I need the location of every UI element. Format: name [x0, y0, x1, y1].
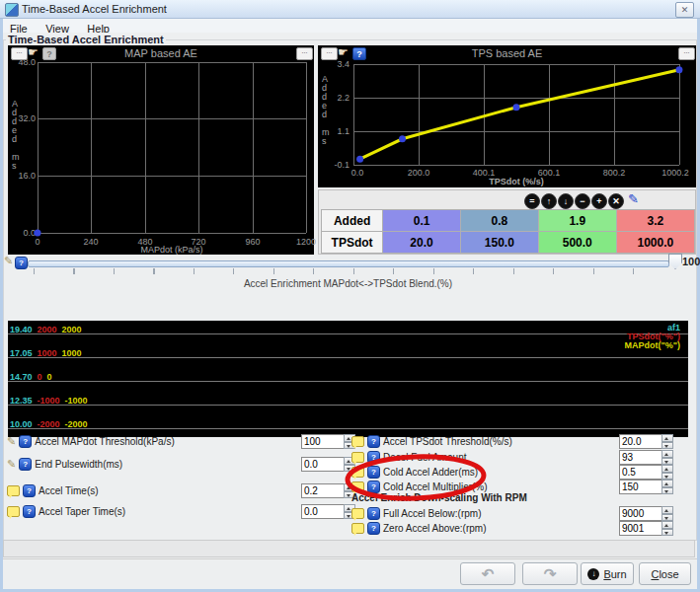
- table-cell[interactable]: 500.0: [538, 232, 616, 254]
- table-cell[interactable]: 3.2: [616, 210, 694, 232]
- field-row: ? Accel Time(s): [7, 484, 99, 497]
- table-cell[interactable]: 150.0: [460, 232, 538, 254]
- rpm-section-header: Accel Enrich Down-scaling With RPM: [351, 492, 527, 503]
- spin-up-button[interactable]: [661, 450, 673, 458]
- help-icon[interactable]: ?: [367, 466, 380, 479]
- tps-help-icon[interactable]: ?: [352, 47, 366, 60]
- burn-icon: ↓: [587, 568, 599, 580]
- blend-slider-ticks: [34, 268, 669, 274]
- field-row: ✎ ? End Pulsewidth(ms): [7, 458, 122, 471]
- help-icon[interactable]: ?: [367, 451, 380, 464]
- pencil-icon: ✎: [7, 436, 16, 447]
- hand-tool-icon[interactable]: ☛: [338, 46, 349, 58]
- redo-button[interactable]: ↷: [522, 562, 578, 585]
- field-label: Full Accel Below:(rpm): [383, 508, 481, 519]
- help-icon[interactable]: ?: [367, 435, 380, 448]
- edit-pencil-icon[interactable]: ✎: [628, 191, 639, 206]
- help-icon[interactable]: ?: [23, 484, 36, 497]
- table-cell[interactable]: 0.1: [383, 210, 461, 232]
- zero-accel-above-input[interactable]: [619, 521, 662, 536]
- help-icon[interactable]: ?: [19, 458, 32, 471]
- spin-down-button[interactable]: [661, 514, 673, 522]
- pencil-icon: ✎: [7, 459, 16, 470]
- title-bar[interactable]: Time-Based Accel Enrichment ✕: [0, 0, 700, 19]
- tps-ytick: -0.1: [324, 160, 350, 170]
- mapdot-scale-value: -1000: [65, 396, 88, 406]
- undo-button[interactable]: ↶: [460, 562, 515, 585]
- map-ytick: 48.0: [10, 57, 36, 67]
- status-strip: [3, 540, 695, 557]
- accel-tpsdot-threshold-input[interactable]: [619, 434, 662, 449]
- spinner: [661, 465, 673, 480]
- end-pulsewidth-input[interactable]: [301, 457, 345, 472]
- blend-slider-track[interactable]: [28, 260, 669, 267]
- accel-time-input[interactable]: [301, 483, 345, 498]
- spin-down-button[interactable]: [661, 529, 673, 537]
- map-ytick: 0.0: [10, 228, 36, 238]
- help-icon[interactable]: ?: [367, 507, 380, 520]
- spin-up-button[interactable]: [661, 521, 673, 529]
- comment-bubble-icon: [351, 523, 364, 534]
- accel-taper-time-input[interactable]: [301, 504, 345, 519]
- afr-scale-value: 19.40: [10, 325, 33, 334]
- spinner: [661, 480, 673, 494]
- redo-icon: ↷: [544, 566, 557, 581]
- spinner: [661, 506, 673, 521]
- spinner: [661, 521, 673, 536]
- comment-bubble-icon: [351, 436, 364, 447]
- spin-up-button[interactable]: [661, 434, 673, 442]
- table-cell[interactable]: 1000.0: [616, 232, 694, 254]
- map-help-icon[interactable]: ?: [42, 47, 56, 60]
- spin-down-button[interactable]: [661, 458, 673, 466]
- burn-button[interactable]: ↓ Burn: [581, 562, 634, 585]
- tps-chart-title: TPS based AE: [318, 47, 696, 59]
- map-expand-button[interactable]: ...: [296, 47, 313, 60]
- comment-bubble-icon: [351, 467, 364, 478]
- field-row: ? Accel TPSdot Threshold(%/s): [351, 435, 512, 448]
- spin-down-button[interactable]: [661, 487, 673, 495]
- accel-mapdot-threshold-input[interactable]: [301, 434, 345, 449]
- increment-button[interactable]: ↑: [541, 193, 557, 209]
- clear-button[interactable]: ✕: [608, 193, 624, 209]
- full-accel-below-input[interactable]: [619, 506, 662, 521]
- table-cell[interactable]: 1.9: [538, 210, 616, 232]
- field-row: ? Full Accel Below:(rpm): [351, 507, 481, 520]
- decel-fuel-amount-input[interactable]: [619, 450, 662, 465]
- spin-down-button[interactable]: [661, 442, 673, 450]
- spin-down-button[interactable]: [661, 473, 673, 481]
- pencil-icon: ✎: [4, 256, 13, 266]
- field-label: Accel Time(s): [39, 485, 99, 496]
- window-close-button[interactable]: ✕: [675, 2, 694, 18]
- help-icon[interactable]: ?: [19, 435, 32, 448]
- undo-icon: ↶: [482, 566, 495, 581]
- help-icon[interactable]: ?: [23, 505, 36, 518]
- table-cell[interactable]: 0.8: [460, 210, 538, 232]
- table-cell[interactable]: 20.0: [383, 232, 461, 254]
- spinner: [661, 434, 673, 449]
- cold-accel-multiplier-input[interactable]: [619, 480, 662, 494]
- legend-mapdot: MAPdot("%"): [624, 340, 680, 350]
- cold-accel-adder-input[interactable]: [619, 465, 662, 480]
- afr-scale-value: 12.35: [10, 396, 33, 406]
- spin-up-button[interactable]: [661, 480, 673, 487]
- close-button[interactable]: Close: [639, 562, 691, 585]
- afr-scale-value: 14.70: [10, 372, 33, 382]
- spin-up-button[interactable]: [661, 506, 673, 514]
- spin-up-button[interactable]: [661, 465, 673, 473]
- blend-help-icon[interactable]: ?: [15, 257, 28, 269]
- scale-up-button[interactable]: +: [591, 193, 607, 209]
- field-label: Zero Accel Above:(rpm): [383, 523, 486, 534]
- scale-down-button[interactable]: −: [575, 193, 590, 209]
- help-icon[interactable]: ?: [367, 522, 380, 535]
- tps-ae-chart[interactable]: TPS based AE ... ☛ ? ... 3.4 2.2 1.1 -0.…: [318, 45, 696, 187]
- decrement-button[interactable]: ↓: [558, 193, 574, 209]
- tps-expand-button[interactable]: ...: [678, 47, 695, 60]
- app-icon: [5, 3, 19, 17]
- set-equal-button[interactable]: =: [524, 193, 540, 209]
- field-row: ✎ ? Accel MAPdot Threshold(kPa/s): [7, 435, 175, 448]
- tpsdot-scale-value: 1000: [38, 348, 57, 358]
- field-row: ? Decel Fuel Amount: [351, 451, 467, 464]
- tps-xaxis-label: TPSdot (%/s): [353, 177, 679, 186]
- map-ae-chart[interactable]: MAP based AE ... ☛ ? ... 48.0 32.0 16.0 …: [8, 45, 314, 255]
- field-label: Cold Accel Multiplier(%): [383, 481, 488, 492]
